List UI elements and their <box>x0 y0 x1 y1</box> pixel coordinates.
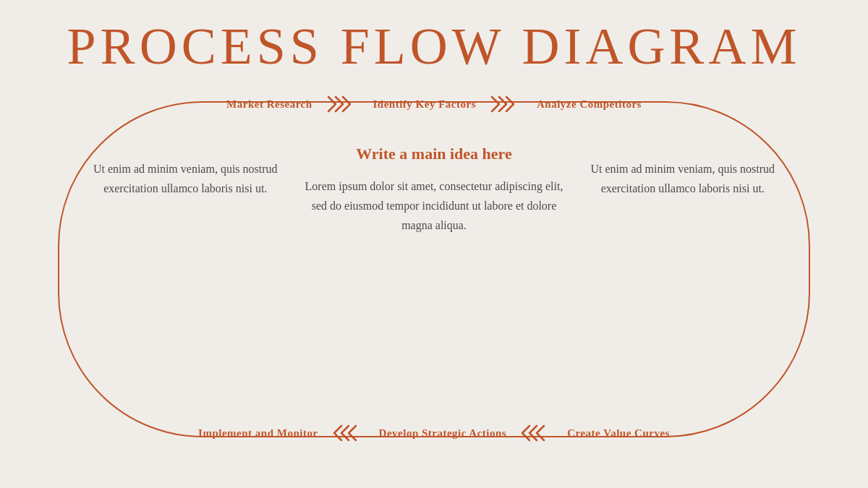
top-step-1: Market Research <box>226 98 312 111</box>
forward-arrows-1 <box>326 94 360 114</box>
page-title: PROCESS FLOW DIAGRAM <box>67 20 801 72</box>
center-content: Ut enim ad minim veniam, quis nostrud ex… <box>0 145 868 236</box>
page: PROCESS FLOW DIAGRAM Market Research Ide… <box>0 0 868 488</box>
bottom-step-2: Develop Strategic Actions <box>379 427 507 440</box>
right-body-text: Ut enim ad minim veniam, quis nostrud ex… <box>570 145 796 198</box>
bottom-step-3: Create Value Curves <box>567 427 670 440</box>
back-arrows-2 <box>519 423 554 443</box>
bottom-flow: Implement and Monitor Develop Strategic … <box>0 423 868 443</box>
back-arrows-1 <box>331 423 366 443</box>
top-step-2: Identify Key Factors <box>373 98 476 111</box>
main-idea-text: Lorem ipsum dolor sit amet, consectetur … <box>299 176 570 236</box>
top-step-3: Analyze Competitors <box>537 98 642 111</box>
bottom-step-1: Implement and Monitor <box>198 427 318 440</box>
forward-arrows-2 <box>489 94 524 114</box>
top-flow: Market Research Identify Key Factors Ana… <box>0 94 868 114</box>
left-body-text: Ut enim ad minim veniam, quis nostrud ex… <box>72 145 299 198</box>
center-column: Write a main idea here Lorem ipsum dolor… <box>299 145 570 236</box>
main-idea-title: Write a main idea here <box>356 145 512 163</box>
